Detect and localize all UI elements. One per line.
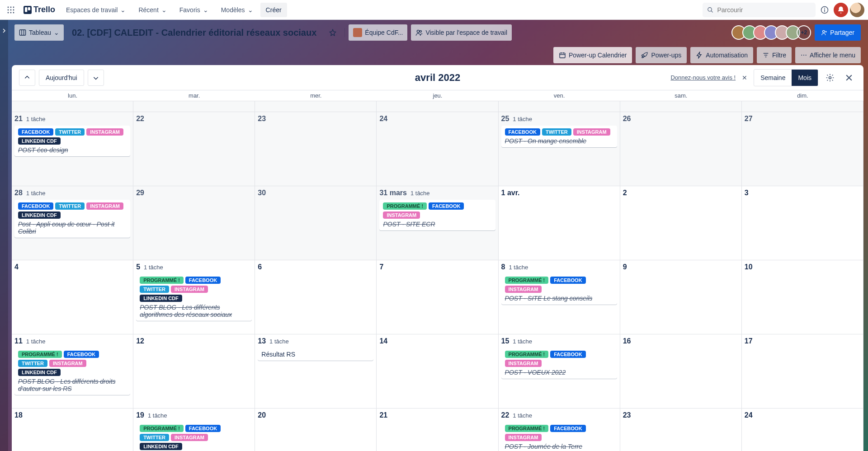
calendar-cell[interactable]: 18 bbox=[12, 409, 133, 451]
calendar-cell[interactable]: 131 tâcheRésultat RS bbox=[255, 334, 377, 409]
calendar-cell[interactable]: 26 bbox=[620, 112, 742, 186]
rocket-icon bbox=[641, 52, 648, 59]
calendar-header: Aujourd'hui avril 2022 Donnez-nous votre… bbox=[12, 65, 863, 90]
calendar-cell[interactable]: 24 bbox=[377, 112, 498, 186]
card-title: POST BLOG - Les différents droits d'aute… bbox=[18, 378, 127, 392]
calendar-card[interactable]: Résultat RS bbox=[258, 348, 373, 361]
card-title: Post - Appli coup de cœur - Post-it Coli… bbox=[18, 221, 127, 235]
calendar-cell[interactable]: 191 tâcheprogrammé !FACEBOOKTWITTERINSTA… bbox=[133, 409, 255, 451]
search-icon bbox=[707, 6, 713, 14]
calendar-cell[interactable]: 10 bbox=[742, 260, 863, 334]
bolt-icon bbox=[696, 52, 703, 59]
calendar-cell[interactable]: 30 bbox=[255, 186, 377, 260]
calendar-card[interactable]: programmé !FACEBOOKINSTAGRAMPOST - Journ… bbox=[501, 422, 617, 451]
calendar-cell[interactable]: 6 bbox=[255, 260, 377, 334]
share-button[interactable]: Partager bbox=[815, 24, 861, 41]
calendar-cell[interactable]: 81 tâcheprogrammé !FACEBOOKINSTAGRAMPOST… bbox=[499, 260, 620, 334]
calendar-cell[interactable]: 16 bbox=[620, 334, 742, 409]
create-button[interactable]: Créer bbox=[260, 3, 287, 17]
feedback-close-icon[interactable]: ✕ bbox=[740, 72, 749, 83]
member-avatars[interactable]: +2 bbox=[735, 25, 811, 40]
search-input[interactable] bbox=[717, 6, 811, 14]
board-title[interactable]: 02. [CDF] CALEDIT - Calendrier éditorial… bbox=[67, 24, 321, 41]
calendar-cell[interactable]: 1 avr. bbox=[499, 186, 620, 260]
view-switcher[interactable]: Tableau ⌄ bbox=[14, 24, 64, 41]
calendar-cell[interactable]: 20 bbox=[255, 409, 377, 451]
notifications-icon[interactable] bbox=[834, 3, 848, 17]
calendar-cell[interactable]: 29 bbox=[133, 186, 255, 260]
svg-line-13 bbox=[711, 10, 713, 12]
visibility-button[interactable]: Visible par l'espace de travail bbox=[411, 24, 512, 41]
calendar-card[interactable]: FACEBOOKTWITTERINSTAGRAMLINKEDIN CDFPOST… bbox=[14, 126, 130, 156]
card-label: programmé ! bbox=[505, 425, 549, 432]
day-number: 10 bbox=[745, 263, 753, 271]
calendar-cell[interactable]: 24 bbox=[742, 409, 863, 451]
filter-button[interactable]: Filtre bbox=[757, 47, 792, 63]
calendar-card[interactable]: programmé !FACEBOOKTWITTERINSTAGRAMLINKE… bbox=[136, 274, 252, 321]
calendar-cell[interactable]: 23 bbox=[255, 112, 377, 186]
calendar-cell[interactable]: 251 tâcheFACEBOOKTWITTERINSTAGRAMPOST - … bbox=[499, 112, 620, 186]
task-count: 1 tâche bbox=[513, 116, 532, 122]
calendar-cell[interactable]: 221 tâcheprogrammé !FACEBOOKINSTAGRAMPOS… bbox=[499, 409, 620, 451]
calendar-cell[interactable]: 14 bbox=[377, 334, 498, 409]
calendar-cell[interactable]: 111 tâcheprogrammé !FACEBOOKTWITTERINSTA… bbox=[12, 334, 133, 409]
sidebar-expand-button[interactable] bbox=[0, 20, 8, 451]
more-icon: ⋯ bbox=[801, 52, 807, 59]
month-view-button[interactable]: Mois bbox=[792, 70, 818, 86]
card-label: INSTAGRAM bbox=[86, 128, 123, 136]
calendar-next-button[interactable] bbox=[88, 70, 104, 86]
calendar-today-button[interactable]: Aujourd'hui bbox=[39, 70, 84, 86]
calendar-settings-icon[interactable] bbox=[823, 70, 837, 85]
nav-favorites[interactable]: Favoris⌄ bbox=[174, 3, 214, 17]
calendar-cell[interactable]: 22 bbox=[133, 112, 255, 186]
nav-workspaces[interactable]: Espaces de travail⌄ bbox=[61, 3, 131, 17]
card-label: FACEBOOK bbox=[429, 202, 464, 210]
calendar-card[interactable]: programmé !FACEBOOKTWITTERINSTAGRAMLINKE… bbox=[14, 348, 130, 395]
card-label: TWITTER bbox=[55, 202, 85, 210]
trello-logo[interactable]: Trello bbox=[20, 3, 59, 17]
card-label: TWITTER bbox=[542, 128, 571, 136]
feedback-link[interactable]: Donnez-nous votre avis ! bbox=[670, 74, 736, 81]
calendar-close-icon[interactable] bbox=[842, 70, 856, 85]
calendar-cell[interactable]: 281 tâcheFACEBOOKTWITTERINSTAGRAMLINKEDI… bbox=[12, 186, 133, 260]
search-box[interactable] bbox=[703, 3, 816, 17]
week-view-button[interactable]: Semaine bbox=[754, 70, 792, 86]
powerups-button[interactable]: Power-ups bbox=[636, 47, 687, 63]
powerup-calendar-button[interactable]: Power-up Calendrier bbox=[553, 47, 632, 63]
calendar-card[interactable]: programmé !FACEBOOKINSTAGRAMPOST - VOEUX… bbox=[501, 348, 617, 379]
calendar-cell[interactable]: 3 bbox=[742, 186, 863, 260]
user-avatar[interactable] bbox=[850, 3, 864, 17]
apps-launcher-icon[interactable] bbox=[4, 3, 18, 17]
calendar-card[interactable]: programmé !FACEBOOKTWITTERINSTAGRAMLINKE… bbox=[136, 422, 252, 451]
day-number: 26 bbox=[623, 115, 631, 123]
star-button[interactable] bbox=[325, 24, 341, 41]
calendar-card[interactable]: programmé !FACEBOOKINSTAGRAMPOST - SITE … bbox=[379, 200, 495, 230]
calendar-cell[interactable]: 23 bbox=[620, 409, 742, 451]
calendar-card[interactable]: FACEBOOKTWITTERINSTAGRAMLINKEDIN CDFPost… bbox=[14, 200, 130, 238]
calendar-card[interactable]: programmé !FACEBOOKINSTAGRAMPOST - SITE … bbox=[501, 274, 617, 305]
card-label: INSTAGRAM bbox=[383, 211, 420, 219]
calendar-cell[interactable]: 211 tâcheFACEBOOKTWITTERINSTAGRAMLINKEDI… bbox=[12, 112, 133, 186]
calendar-cell[interactable]: 27 bbox=[742, 112, 863, 186]
nav-recent[interactable]: Récent⌄ bbox=[133, 3, 172, 17]
calendar-cell[interactable]: 51 tâcheprogrammé !FACEBOOKTWITTERINSTAG… bbox=[133, 260, 255, 334]
info-icon[interactable] bbox=[817, 3, 832, 17]
team-button[interactable]: Équipe CdF... bbox=[349, 24, 407, 41]
calendar-cell[interactable]: 21 bbox=[377, 409, 498, 451]
calendar-cell[interactable]: 12 bbox=[133, 334, 255, 409]
calendar-cell[interactable]: 2 bbox=[620, 186, 742, 260]
day-number: 11 bbox=[14, 337, 23, 345]
calendar-cell[interactable]: 9 bbox=[620, 260, 742, 334]
more-members[interactable]: +2 bbox=[797, 25, 811, 40]
svg-rect-25 bbox=[560, 53, 565, 58]
nav-templates[interactable]: Modèles⌄ bbox=[216, 3, 259, 17]
show-menu-button[interactable]: ⋯ Afficher le menu bbox=[795, 47, 861, 63]
automation-button[interactable]: Automatisation bbox=[690, 47, 753, 63]
calendar-card[interactable]: FACEBOOKTWITTERINSTAGRAMPOST - On mange … bbox=[501, 126, 617, 147]
calendar-cell[interactable]: 7 bbox=[377, 260, 498, 334]
calendar-prev-button[interactable] bbox=[19, 70, 35, 86]
calendar-cell[interactable]: 4 bbox=[12, 260, 133, 334]
calendar-cell[interactable]: 151 tâcheprogrammé !FACEBOOKINSTAGRAMPOS… bbox=[499, 334, 620, 409]
calendar-cell[interactable]: 31 mars1 tâcheprogrammé !FACEBOOKINSTAGR… bbox=[377, 186, 498, 260]
calendar-cell[interactable]: 17 bbox=[742, 334, 863, 409]
